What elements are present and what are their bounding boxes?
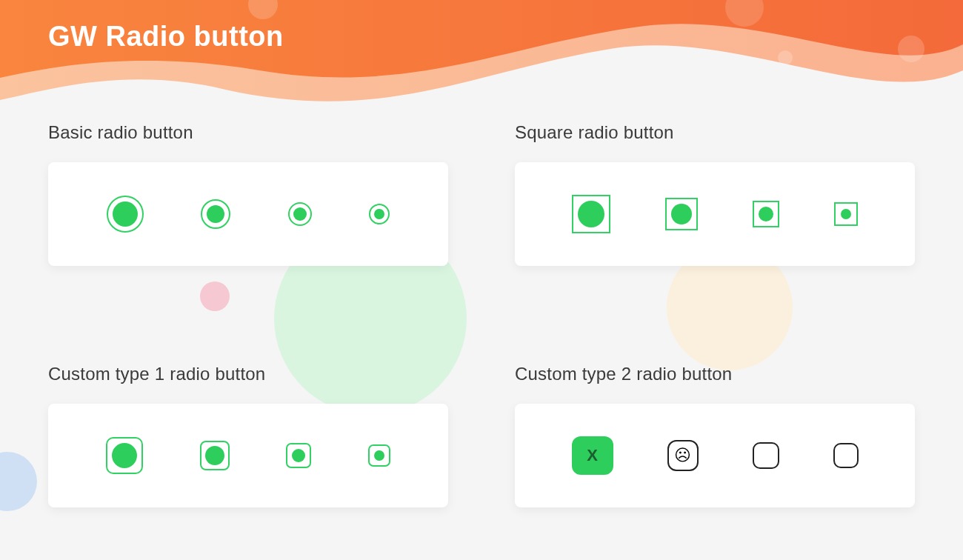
radio-basic-sm[interactable] bbox=[369, 204, 390, 224]
radio-dot-icon bbox=[578, 201, 604, 227]
radio-dot-icon bbox=[113, 201, 138, 227]
radio-basic-lg[interactable] bbox=[201, 199, 230, 229]
radio-dot-icon bbox=[671, 204, 692, 224]
header-wave-icon bbox=[0, 0, 963, 141]
svg-point-3 bbox=[778, 50, 793, 65]
radio-square-sm[interactable] bbox=[834, 202, 858, 226]
section-square: Square radio button bbox=[515, 122, 915, 319]
page-header: GW Radio button bbox=[0, 0, 963, 126]
radio-custom2-lg[interactable]: ☹ bbox=[667, 440, 699, 471]
bg-blob-blue bbox=[0, 452, 37, 511]
section-custom1: Custom type 1 radio button bbox=[48, 364, 448, 561]
radio-dot-icon bbox=[292, 449, 305, 462]
svg-point-0 bbox=[248, 0, 278, 19]
radio-custom1-sm[interactable] bbox=[368, 444, 390, 467]
svg-point-2 bbox=[898, 36, 924, 62]
svg-point-1 bbox=[725, 0, 764, 27]
radio-dot-icon bbox=[759, 207, 773, 221]
radio-dot-icon bbox=[374, 450, 384, 461]
radio-basic-xl[interactable] bbox=[107, 196, 144, 233]
sad-face-icon: ☹ bbox=[674, 446, 691, 465]
card-square bbox=[515, 162, 915, 266]
radio-square-md[interactable] bbox=[753, 201, 779, 227]
radio-square-lg[interactable] bbox=[665, 198, 698, 230]
radio-custom2-md[interactable] bbox=[753, 442, 779, 469]
radio-custom2-xl[interactable]: X bbox=[572, 436, 613, 475]
radio-dot-icon bbox=[112, 443, 137, 468]
radio-dot-icon bbox=[374, 209, 384, 219]
content-grid: Basic radio button Square radio button C… bbox=[48, 122, 915, 560]
card-custom1 bbox=[48, 404, 448, 507]
radio-dot-icon bbox=[205, 446, 224, 465]
radio-custom2-sm[interactable] bbox=[833, 443, 859, 468]
radio-custom1-xl[interactable] bbox=[106, 437, 143, 474]
radio-dot-icon bbox=[207, 205, 224, 223]
section-title-custom2: Custom type 2 radio button bbox=[515, 364, 915, 384]
radio-basic-md[interactable] bbox=[288, 202, 312, 226]
radio-dot-icon bbox=[293, 207, 307, 221]
radio-dot-icon bbox=[841, 209, 851, 219]
card-basic bbox=[48, 162, 448, 266]
radio-square-xl[interactable] bbox=[572, 195, 610, 233]
section-title-basic: Basic radio button bbox=[48, 122, 448, 143]
radio-custom1-lg[interactable] bbox=[200, 441, 230, 470]
card-custom2: X ☹ bbox=[515, 404, 915, 507]
page-title: GW Radio button bbox=[48, 21, 284, 53]
section-title-custom1: Custom type 1 radio button bbox=[48, 364, 448, 384]
radio-custom1-md[interactable] bbox=[286, 443, 311, 468]
section-basic: Basic radio button bbox=[48, 122, 448, 319]
x-icon: X bbox=[587, 446, 598, 465]
section-title-square: Square radio button bbox=[515, 122, 915, 143]
section-custom2: Custom type 2 radio button X ☹ bbox=[515, 364, 915, 561]
